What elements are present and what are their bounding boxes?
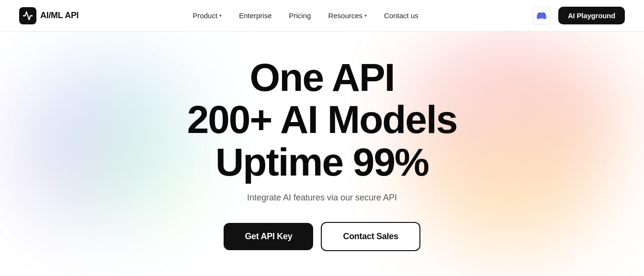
navbar: AI/ML API Product ▾ Enterprise Pricing R… bbox=[0, 0, 644, 32]
nav-logo-area: AI/ML API bbox=[19, 7, 79, 24]
nav-item-contact[interactable]: Contact us bbox=[384, 11, 418, 20]
discord-icon bbox=[537, 11, 546, 21]
hero-content: One API 200+ AI Models Uptime 99% Integr… bbox=[187, 56, 457, 252]
blob-blue bbox=[29, 41, 211, 175]
hero-buttons: Get API Key Contact Sales bbox=[224, 222, 420, 251]
ai-playground-button[interactable]: AI Playground bbox=[558, 7, 625, 24]
nav-item-pricing[interactable]: Pricing bbox=[289, 11, 311, 20]
nav-enterprise-label: Enterprise bbox=[239, 11, 271, 20]
nav-contact-label: Contact us bbox=[384, 11, 418, 20]
nav-pricing-label: Pricing bbox=[289, 11, 311, 20]
nav-right: AI Playground bbox=[532, 7, 625, 25]
hero-title: One API 200+ AI Models Uptime 99% bbox=[187, 56, 457, 184]
discord-button[interactable] bbox=[532, 7, 551, 25]
nav-resources-label: Resources bbox=[328, 11, 362, 20]
hero-section: One API 200+ AI Models Uptime 99% Integr… bbox=[0, 32, 644, 276]
logo-icon[interactable] bbox=[19, 7, 36, 24]
chevron-down-icon: ▾ bbox=[219, 13, 222, 18]
nav-item-enterprise[interactable]: Enterprise bbox=[239, 11, 271, 20]
hero-line2: 200+ AI Models bbox=[187, 98, 457, 141]
hero-line1: One API bbox=[250, 55, 395, 99]
hero-line3: Uptime 99% bbox=[215, 140, 429, 184]
nav-item-product[interactable]: Product ▾ bbox=[192, 11, 222, 20]
hero-subtitle: Integrate AI features via our secure API bbox=[247, 193, 397, 203]
get-api-key-button[interactable]: Get API Key bbox=[224, 223, 313, 250]
logo-text: AI/ML API bbox=[40, 11, 79, 21]
nav-product-label: Product bbox=[192, 11, 217, 20]
nav-center: Product ▾ Enterprise Pricing Resources ▾… bbox=[192, 11, 418, 20]
blob-purple bbox=[0, 70, 144, 237]
nav-item-resources[interactable]: Resources ▾ bbox=[328, 11, 367, 20]
contact-sales-button[interactable]: Contact Sales bbox=[321, 222, 420, 251]
chevron-down-icon: ▾ bbox=[364, 13, 367, 18]
